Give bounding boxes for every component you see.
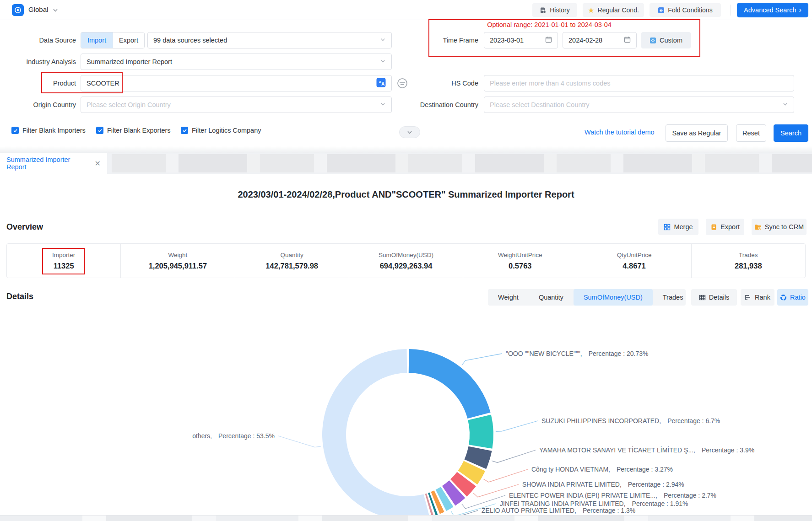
export-tab[interactable]: Export [113, 32, 144, 48]
history-icon [540, 7, 547, 14]
tab-summarized-importer-report[interactable]: Summarized Importer Report ✕ [0, 153, 107, 174]
export-button[interactable]: Export [706, 219, 744, 235]
history-label: History [550, 6, 570, 14]
donut-slice-0[interactable] [409, 349, 491, 419]
fuzzy-match-icon[interactable] [396, 77, 408, 91]
label-line [278, 436, 321, 447]
export-label: Export [720, 223, 740, 231]
search-button[interactable]: Search [774, 124, 808, 142]
report-title: 2023/03/01-2024/02/28,Product AND"SCOOTE… [0, 189, 812, 200]
advanced-search-button[interactable]: Advanced Search › [737, 3, 808, 17]
stat-label: Quantity [281, 252, 303, 258]
translate-icon[interactable]: a A [376, 78, 386, 89]
tutorial-link[interactable]: Watch the tutorial demo [585, 129, 655, 136]
chart-label: "OOO ""NEW BICYCLE""",Percentage : 20.73… [506, 349, 649, 358]
custom-icon [650, 37, 656, 44]
tab-label: Summarized Importer Report [6, 156, 89, 171]
details-heading: Details [6, 292, 33, 301]
chart-label: YAMAHA MOTOR SANAYI VE TİCARET LİMİTED Ş… [539, 446, 754, 455]
origin-country-select[interactable]: Please select Origin Country [81, 97, 392, 113]
calendar-icon [545, 36, 552, 44]
product-label: Product [7, 75, 76, 91]
chart-label-name: SHOWA INDIA PRIVATE LIMITED, [522, 481, 622, 488]
date-to-value: 2024-02-28 [568, 37, 602, 44]
date-to-input[interactable]: 2024-02-28 [563, 32, 637, 48]
industry-analysis-select[interactable]: Summarized Importer Report [81, 54, 392, 70]
stat-label: Weight [168, 252, 188, 258]
checkbox-checked-icon [181, 127, 188, 134]
calendar-icon [624, 36, 631, 44]
destination-country-select[interactable]: Please select Destination Country [484, 97, 794, 113]
chart-label-name: YAMAHA MOTOR SANAYI VE TİCARET LİMİTED Ş… [539, 446, 695, 454]
metric-sum-of-money[interactable]: SumOfMoney(USD) [574, 289, 653, 306]
reset-button[interactable]: Reset [736, 124, 766, 142]
table-peek-strip [0, 515, 812, 521]
hs-code-label: HS Code [410, 75, 478, 91]
close-icon[interactable]: ✕ [95, 159, 101, 168]
view-ratio-label: Ratio [790, 294, 806, 301]
save-as-regular-button[interactable]: Save as Regular [666, 124, 728, 142]
chart-label-percentage: Percentage : 3.9% [702, 446, 754, 454]
view-rank-label: Rank [755, 294, 770, 301]
filter-blank-exporters-checkbox[interactable]: Filter Blank Exporters [96, 127, 171, 134]
donut-slice-10[interactable] [322, 349, 430, 520]
custom-range-button[interactable]: Custom [641, 32, 691, 48]
custom-label: Custom [660, 37, 682, 44]
metric-trades[interactable]: Trades [653, 289, 693, 306]
stat-value: 281,938 [735, 262, 762, 270]
chevron-down-icon[interactable] [52, 7, 59, 15]
checkbox-label: Filter Blank Exporters [107, 127, 171, 134]
view-details-button[interactable]: Details [691, 289, 737, 306]
sync-to-crm-button[interactable]: Sync to CRM [752, 219, 807, 235]
app-logo[interactable] [12, 4, 24, 16]
date-from-value: 2023-03-01 [490, 37, 524, 44]
chart-label-name: others, [192, 432, 212, 440]
ratio-donut-icon [780, 294, 787, 301]
checkbox-label: Filter Logitics Company [192, 127, 261, 134]
globe-badge-icon [14, 6, 22, 14]
regular-cond-button[interactable]: ★ Regular Cond. [583, 3, 644, 17]
view-rank-button[interactable]: Rank [741, 289, 774, 306]
advanced-search-label: Advanced Search [744, 6, 796, 14]
stat-label: QtyUnitPrice [617, 252, 652, 258]
metric-weight[interactable]: Weight [488, 289, 529, 306]
filter-logistics-checkbox[interactable]: Filter Logitics Company [181, 127, 261, 134]
view-ratio-button[interactable]: Ratio [777, 289, 808, 306]
industry-analysis-value: Summarized Importer Report [87, 58, 172, 65]
stat-value: 11325 [54, 262, 74, 270]
import-tab[interactable]: Import [81, 32, 113, 48]
stat-importer: Importer 11325 [7, 244, 121, 278]
fold-conditions-button[interactable]: Fold Conditions [650, 3, 721, 17]
industry-analysis-label: Industry Analysis [7, 54, 76, 70]
hs-code-input[interactable]: Please enter more than 4 customs codes [484, 75, 794, 91]
overview-stats-card: Importer 11325 Weight 1,205,945,911.57 Q… [6, 243, 806, 278]
stat-value: 4.8671 [623, 262, 645, 270]
product-input[interactable]: SCOOTER a A [81, 75, 392, 91]
collapse-conditions-button[interactable] [399, 126, 420, 138]
fold-icon [658, 7, 665, 14]
origin-country-placeholder: Please select Origin Country [87, 101, 171, 108]
stat-trades: Trades 281,938 [692, 244, 805, 278]
hs-code-placeholder: Please enter more than 4 customs codes [490, 80, 611, 87]
fold-conditions-label: Fold Conditions [668, 6, 712, 14]
metric-quantity[interactable]: Quantity [529, 289, 574, 306]
chevron-down-icon [380, 37, 386, 44]
merge-button[interactable]: Merge [658, 219, 698, 235]
checkbox-checked-icon [96, 127, 103, 134]
label-line [483, 469, 528, 482]
region-selector[interactable]: Global [28, 5, 48, 13]
date-from-input[interactable]: 2023-03-01 [484, 32, 558, 48]
data-sources-select[interactable]: 99 data sources selected [147, 32, 392, 48]
checkbox-checked-icon [11, 127, 19, 134]
redacted-strip [112, 154, 812, 172]
stat-quantity: Quantity 142,781,579.98 [235, 244, 349, 278]
history-button[interactable]: History [532, 3, 577, 17]
chart-label: SHOWA INDIA PRIVATE LIMITED,Percentage :… [522, 480, 684, 489]
donut-slice-1[interactable] [468, 414, 493, 448]
chevron-down-icon [782, 101, 788, 108]
chart-label: ZELIO AUTO PRIVATE LIMITED,Percentage : … [482, 506, 635, 515]
page: Global History ★ Regular Cond. Fold Cond… [0, 0, 812, 521]
donut-svg [0, 309, 812, 521]
filter-blank-importers-checkbox[interactable]: Filter Blank Importers [11, 127, 86, 134]
stat-value: 694,929,263.94 [380, 262, 433, 270]
